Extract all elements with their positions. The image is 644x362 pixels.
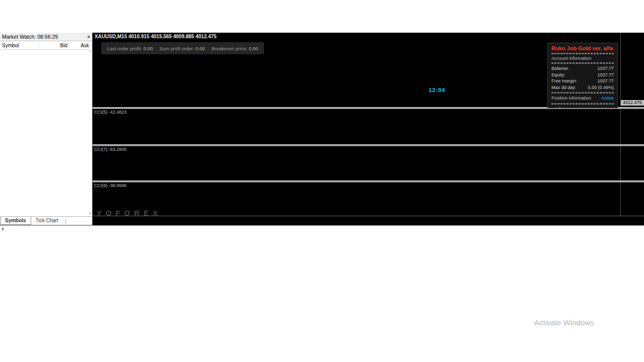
ea-max-dd-row: Max dd day:5.00 (0.49%) bbox=[551, 84, 614, 91]
market-watch-title: Market Watch: 08:56:29 bbox=[2, 34, 58, 40]
price-axis[interactable]: 4012.475 bbox=[620, 33, 644, 216]
time-axis-separator bbox=[93, 216, 644, 216]
ea-free-margin-row: Free margin:1037.77 bbox=[551, 78, 614, 84]
sum-profit-order: Sum proft order:0.00 bbox=[159, 46, 205, 51]
ea-status-overlay: Last order profit:0.00 Sum proft order:0… bbox=[101, 42, 264, 54]
cci9-panel-canvas[interactable] bbox=[93, 183, 620, 216]
close-icon[interactable]: x bbox=[2, 226, 4, 231]
divider bbox=[551, 103, 614, 105]
divider bbox=[551, 92, 614, 94]
trade-time-marker: 12:04 bbox=[429, 87, 445, 93]
status-badge: Active bbox=[601, 95, 614, 102]
column-bid: Bid bbox=[39, 43, 69, 48]
column-symbol: Symbol bbox=[0, 43, 39, 48]
column-ask: Ask bbox=[69, 43, 90, 48]
panel-separator[interactable] bbox=[93, 144, 644, 146]
cci7-label: CCI(7) -63.2905 bbox=[94, 147, 127, 152]
trading-terminal: Market Watch: 08:56:29 × Symbol Bid Ask … bbox=[0, 33, 644, 225]
watermark-logo bbox=[272, 226, 392, 319]
current-price-tag: 4012.475 bbox=[621, 100, 644, 106]
ea-title: Ruko Job Gold ver. alfa bbox=[551, 45, 614, 51]
divider bbox=[551, 53, 614, 54]
tab-tick-chart[interactable]: Tick Chart bbox=[31, 217, 63, 224]
backtest-report-panel: x bbox=[0, 225, 644, 320]
ea-profit-buy-row: Profit Buy:0.00 bbox=[551, 106, 614, 108]
market-watch-rows bbox=[0, 49, 92, 217]
tab-divider: | bbox=[65, 218, 66, 224]
ea-info-panel: Ruko Job Gold ver. alfa Account informat… bbox=[547, 43, 618, 108]
cci9-label: CCI(9) -38.0686 bbox=[94, 183, 127, 188]
close-icon[interactable]: × bbox=[87, 34, 90, 40]
ea-balance-row: Balanse:1037.77 bbox=[551, 65, 614, 72]
cci7-panel-canvas[interactable] bbox=[93, 146, 620, 180]
cci5-panel-canvas[interactable] bbox=[93, 109, 620, 144]
ea-equity-row: Equity:1037.77 bbox=[551, 72, 614, 78]
chart-symbol-ohlc: XAUUSD,M15 4010.915 4015.565 4009.885 40… bbox=[95, 34, 216, 39]
activate-windows-text: Activate Windows bbox=[534, 318, 594, 327]
chart-area[interactable]: XAUUSD,M15 4010.915 4015.565 4009.885 40… bbox=[92, 33, 644, 225]
market-watch-header: Market Watch: 08:56:29 × bbox=[0, 33, 92, 41]
ea-position-row: Position informationActive bbox=[551, 95, 614, 102]
breakeven-price: Breakeven price:0.00 bbox=[211, 46, 258, 51]
tab-symbols[interactable]: Symbols bbox=[0, 217, 31, 225]
panel-separator[interactable] bbox=[93, 180, 644, 183]
divider bbox=[551, 62, 614, 64]
ea-section-account: Account information bbox=[551, 56, 614, 61]
time-axis[interactable] bbox=[93, 216, 644, 225]
cci5-label: CCI(5) -42.4823 bbox=[94, 110, 127, 115]
market-watch-tabs: Symbols Tick Chart | bbox=[0, 216, 92, 225]
last-order-profit: Last order profit:0.00 bbox=[107, 46, 153, 51]
market-watch-panel: Market Watch: 08:56:29 × Symbol Bid Ask … bbox=[0, 33, 92, 225]
backtest-results-page: Market Watch: 08:56:29 × Symbol Bid Ask … bbox=[0, 0, 644, 362]
